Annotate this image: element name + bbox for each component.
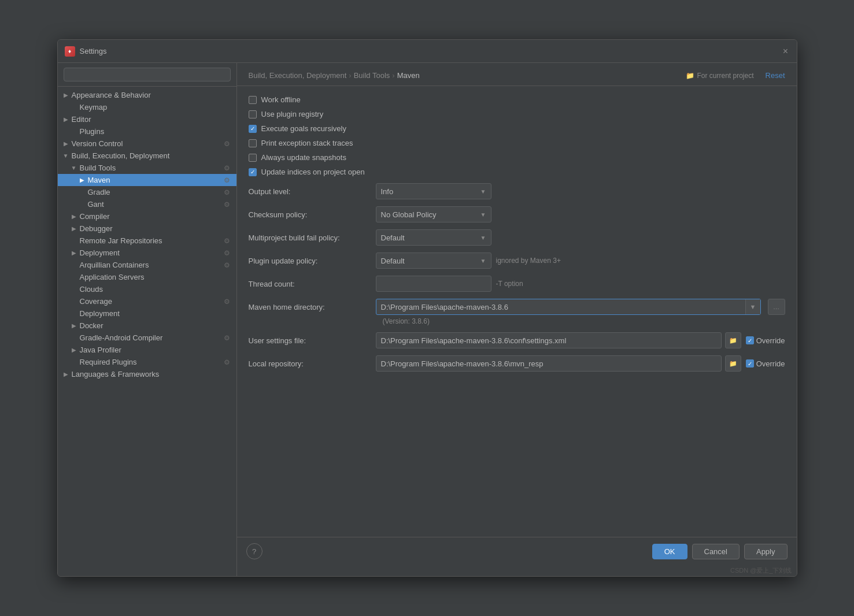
checkbox-row-always-update: Always update snapshots <box>249 153 785 162</box>
local-repo-override: Override <box>746 359 785 368</box>
sidebar-item-required-plugins[interactable]: Required Plugins⚙ <box>58 356 236 368</box>
settings-dialog: ♦ Settings × ▶Appearance & BehaviorKeyma… <box>57 39 797 577</box>
sidebar-item-label: Deployment <box>80 309 232 318</box>
user-settings-path-row: 📁 <box>376 332 741 348</box>
sidebar-item-gradle[interactable]: Gradle⚙ <box>58 186 236 198</box>
checkbox-always-update[interactable] <box>249 154 257 162</box>
sidebar-item-label: Docker <box>80 321 232 330</box>
settings-icon: ⚙ <box>224 358 232 366</box>
settings-icon: ⚙ <box>224 249 232 257</box>
local-repo-browse-btn[interactable]: 📁 <box>725 355 741 372</box>
plugin-update-select[interactable]: Default ▼ <box>376 253 491 269</box>
output-level-select[interactable]: Info ▼ <box>376 183 491 199</box>
arrow-icon: ▶ <box>71 213 77 220</box>
search-input[interactable] <box>64 68 231 81</box>
local-repo-row: Local repository: 📁 Override <box>249 355 785 372</box>
maven-home-input[interactable] <box>376 301 745 313</box>
output-level-row: Output level: Info ▼ <box>249 183 785 199</box>
multiproject-fail-label: Multiproject build fail policy: <box>249 233 376 242</box>
local-repo-override-checkbox[interactable] <box>746 359 754 368</box>
thread-count-row: Thread count: -T option <box>249 276 785 292</box>
maven-home-browse-btn[interactable]: … <box>768 299 785 315</box>
sidebar-item-label: Compiler <box>80 212 232 221</box>
sidebar-item-label: Coverage <box>80 297 224 306</box>
arrow-spacer <box>71 128 77 135</box>
checksum-policy-label: Checksum policy: <box>249 210 376 219</box>
form-section: Output level: Info ▼ Checksum policy: <box>249 183 785 372</box>
checkbox-label-execute-goals: Execute goals recursively <box>261 124 346 133</box>
sidebar-item-appearance[interactable]: ▶Appearance & Behavior <box>58 89 236 101</box>
sidebar-item-gant[interactable]: Gant⚙ <box>58 198 236 210</box>
apply-button[interactable]: Apply <box>744 544 788 559</box>
user-settings-browse-btn[interactable]: 📁 <box>725 332 741 348</box>
for-current-project: 📁 For current project <box>686 72 753 80</box>
sidebar-item-arquillian[interactable]: Arquillian Containers⚙ <box>58 259 236 271</box>
local-repo-override-label: Override <box>756 359 785 368</box>
checkbox-label-always-update: Always update snapshots <box>261 153 346 162</box>
sidebar-item-label: Java Profiler <box>80 346 232 354</box>
sidebar-item-build-tools[interactable]: ▼Build Tools⚙ <box>58 162 236 174</box>
help-button[interactable]: ? <box>246 543 263 559</box>
sidebar-item-deployment[interactable]: ▶Deployment⚙ <box>58 247 236 259</box>
user-settings-input[interactable] <box>376 332 722 348</box>
multiproject-fail-row: Multiproject build fail policy: Default … <box>249 229 785 246</box>
sidebar-item-docker[interactable]: ▶Docker <box>58 320 236 332</box>
checkbox-work-offline[interactable] <box>249 96 257 104</box>
arrow-icon: ▶ <box>62 116 69 123</box>
checkbox-label-update-indices: Update indices on project open <box>261 168 365 176</box>
checksum-policy-select[interactable]: No Global Policy ▼ <box>376 206 491 222</box>
ok-button[interactable]: OK <box>652 544 687 559</box>
sidebar-item-coverage[interactable]: Coverage⚙ <box>58 295 236 307</box>
checkbox-execute-goals[interactable] <box>249 125 257 133</box>
multiproject-fail-arrow: ▼ <box>480 235 486 241</box>
cancel-button[interactable]: Cancel <box>692 544 740 559</box>
sidebar-item-plugins[interactable]: Plugins <box>58 125 236 138</box>
breadcrumb-part-1: Build Tools <box>354 71 390 80</box>
checksum-policy-control: No Global Policy ▼ <box>376 206 785 222</box>
output-level-control: Info ▼ <box>376 183 785 199</box>
checkbox-label-print-exception: Print exception stack traces <box>261 139 353 147</box>
sidebar-item-debugger[interactable]: ▶Debugger <box>58 222 236 235</box>
checkbox-use-plugin-registry[interactable] <box>249 110 257 118</box>
arrow-spacer <box>79 201 86 208</box>
sidebar-item-clouds[interactable]: Clouds <box>58 283 236 295</box>
sidebar-item-compiler[interactable]: ▶Compiler <box>58 210 236 222</box>
checkbox-print-exception[interactable] <box>249 139 257 147</box>
thread-count-input[interactable] <box>376 276 491 292</box>
close-button[interactable]: × <box>782 47 790 55</box>
maven-home-label: Maven home directory: <box>249 303 376 311</box>
sidebar-item-languages[interactable]: ▶Languages & Frameworks <box>58 368 236 380</box>
sidebar-item-java-profiler[interactable]: ▶Java Profiler <box>58 344 236 356</box>
sidebar-item-label: Arquillian Containers <box>80 261 224 269</box>
arrow-spacer <box>71 262 77 269</box>
sidebar-item-version-control[interactable]: ▶Version Control⚙ <box>58 138 236 150</box>
local-repo-path-row: 📁 <box>376 355 741 372</box>
sidebar-item-label: Keymap <box>80 103 232 112</box>
checkbox-update-indices[interactable] <box>249 168 257 176</box>
sidebar-item-editor[interactable]: ▶Editor <box>58 113 236 125</box>
user-settings-override-checkbox[interactable] <box>746 336 754 344</box>
sidebar-item-remote-jar[interactable]: Remote Jar Repositories⚙ <box>58 235 236 247</box>
sidebar-item-keymap[interactable]: Keymap <box>58 101 236 113</box>
plugin-update-hint: ignored by Maven 3+ <box>496 257 561 265</box>
settings-icon: ⚙ <box>224 140 232 148</box>
sidebar-item-label: Version Control <box>72 139 224 148</box>
sidebar-item-build-exec-deploy[interactable]: ▼Build, Execution, Deployment <box>58 150 236 162</box>
checkbox-label-use-plugin-registry: Use plugin registry <box>261 110 324 118</box>
arrow-icon: ▼ <box>71 165 77 172</box>
sidebar-item-maven[interactable]: ▶Maven⚙ <box>58 174 236 186</box>
sidebar-item-app-servers[interactable]: Application Servers <box>58 271 236 283</box>
arrow-spacer <box>71 286 77 293</box>
sidebar-item-label: Required Plugins <box>80 358 224 366</box>
multiproject-fail-select[interactable]: Default ▼ <box>376 229 491 246</box>
sidebar-item-deployment2[interactable]: Deployment <box>58 307 236 320</box>
checkboxes-section: Work offlineUse plugin registryExecute g… <box>249 95 785 176</box>
arrow-icon: ▶ <box>71 322 77 329</box>
local-repo-input[interactable] <box>376 355 722 372</box>
reset-button[interactable]: Reset <box>766 71 785 80</box>
settings-icon: ⚙ <box>224 201 232 209</box>
content-panel: Build, Execution, Deployment›Build Tools… <box>237 63 797 576</box>
sidebar-item-label: Gant <box>88 200 224 209</box>
sidebar-item-gradle-android[interactable]: Gradle-Android Compiler⚙ <box>58 332 236 344</box>
maven-home-dropdown-btn[interactable]: ▼ <box>745 299 760 314</box>
